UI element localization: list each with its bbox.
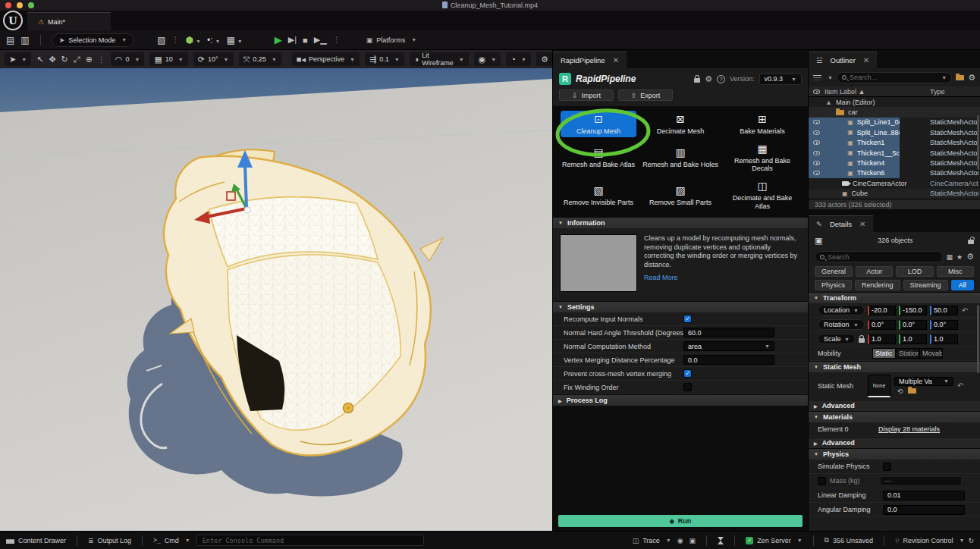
details-scrollbar[interactable]	[977, 305, 979, 373]
static-mesh-advanced-header[interactable]: ▶Advanced	[809, 400, 980, 411]
scale-lock-icon[interactable]	[859, 338, 865, 343]
static-mesh-thumbnail[interactable]: None	[868, 375, 890, 397]
new-folder-icon[interactable]	[956, 75, 964, 80]
outliner-row[interactable]: ▣ Thicken6 StaticMeshActor	[809, 168, 900, 178]
use-selected-asset-icon[interactable]: ⟲	[897, 387, 903, 395]
outliner-row-main[interactable]: ▲Main (Editor)	[809, 97, 980, 107]
eye-icon[interactable]	[813, 140, 820, 145]
view-adjust-dropdown[interactable]: ◔▼	[506, 52, 531, 66]
hard-angle-input[interactable]: 60.0	[683, 328, 774, 337]
tool-decimate-bake-atlas[interactable]: ◫Decimate and Bake Atlas	[724, 178, 800, 212]
type-column[interactable]: Type	[930, 88, 945, 96]
outliner-scrollbar[interactable]	[977, 115, 979, 170]
help-icon[interactable]: ?	[717, 75, 725, 83]
show-flags-dropdown[interactable]: ◉▼	[474, 52, 501, 66]
outliner-row[interactable]: ▣ Split_Line1_0d04fa4ff28 StaticMeshActo…	[809, 118, 900, 127]
scale-x-input[interactable]: 1.0	[868, 334, 896, 344]
tab-details[interactable]: ✎ Details✕	[809, 215, 873, 232]
tool-decimate-mesh[interactable]: ⊠Decimate Mesh	[642, 111, 718, 137]
cinematics-dropdown[interactable]: ▦▼	[226, 35, 242, 45]
chip-streaming[interactable]: Streaming	[903, 280, 948, 290]
reset-icon[interactable]: ↶	[957, 381, 963, 390]
location-y-input[interactable]: -150.0	[899, 306, 927, 315]
blueprints-dropdown[interactable]: •:▼	[207, 35, 220, 45]
mobility-stationary[interactable]: Stationary	[896, 348, 919, 359]
details-search-input[interactable]: Search	[815, 251, 943, 262]
trace-dropdown[interactable]: ◫ Trace▼	[633, 537, 671, 544]
scale-snap-dropdown[interactable]: ⤧0.25▼	[239, 52, 281, 66]
add-actor-dropdown[interactable]: ⬢▼	[186, 35, 201, 45]
close-icon[interactable]: ✕	[859, 220, 865, 228]
level-tab-main[interactable]: ⚠ Main*	[27, 12, 111, 30]
tool-remove-small-parts[interactable]: ▨Remove Small Parts	[642, 178, 718, 212]
view-mode-dropdown[interactable]: ◑Lit Wireframe▼	[410, 52, 469, 66]
location-x-input[interactable]: -20.0	[868, 306, 896, 315]
tool-cleanup-mesh[interactable]: ⊡Cleanup Mesh	[561, 111, 636, 137]
outliner-row-car-folder[interactable]: car	[809, 107, 980, 117]
outliner-search-input[interactable]: Search... ▼	[837, 72, 952, 83]
materials-advanced-header[interactable]: ▶Advanced	[809, 437, 980, 448]
eye-icon[interactable]	[813, 171, 820, 175]
screenshot-icon[interactable]: ◉	[677, 537, 683, 544]
item-label-column[interactable]: Item Label ▲	[825, 88, 865, 96]
visibility-column-icon[interactable]	[813, 89, 820, 94]
static-mesh-dropdown[interactable]: Multiple Va▼	[894, 377, 953, 386]
vp-overflow-icon[interactable]: ⋮	[98, 55, 105, 64]
fix-winding-checkbox[interactable]: ✓	[683, 383, 692, 391]
settings-section-header[interactable]: ▼Settings	[553, 301, 808, 312]
chip-rendering[interactable]: Rendering	[855, 280, 900, 290]
gear-icon[interactable]: ⚙	[705, 74, 712, 84]
mass-override-checkbox[interactable]: ✓	[818, 477, 826, 485]
scale-tool-icon[interactable]: ⤢	[74, 55, 80, 64]
scale-dropdown[interactable]: Scale▼	[818, 334, 856, 344]
lock-icon[interactable]	[694, 78, 700, 83]
grid-snap-dropdown[interactable]: ▦10▼	[149, 52, 187, 66]
display-materials-link[interactable]: Display 28 materials	[878, 425, 940, 433]
eye-icon[interactable]	[813, 151, 820, 155]
information-section-header[interactable]: ▼Information	[553, 217, 808, 228]
location-z-input[interactable]: 50.0	[930, 306, 958, 315]
recompute-normals-checkbox[interactable]: ✓	[683, 315, 692, 323]
platforms-dropdown[interactable]: ▣ Platforms▼	[366, 36, 416, 44]
tool-remesh-bake-holes[interactable]: ▥Remesh and Bake Holes	[642, 140, 718, 174]
tool-remove-invisible-parts[interactable]: ▧Remove Invisible Parts	[561, 178, 636, 212]
save-button[interactable]: ▤	[6, 35, 14, 45]
outliner-row[interactable]: ▣ Thicken4 StaticMeshActor	[809, 158, 900, 168]
filter-icon[interactable]	[813, 74, 821, 81]
gizmo-axis-z[interactable]	[245, 165, 247, 209]
chip-lod[interactable]: LOD	[896, 266, 933, 277]
static-mesh-section-header[interactable]: ▼Static Mesh	[809, 361, 980, 372]
run-button[interactable]: ◆Run	[558, 515, 803, 527]
viewport-scene[interactable]	[0, 68, 552, 531]
selection-mode-dropdown[interactable]: ➤ Selection Mode▼	[52, 33, 135, 47]
outliner-row[interactable]: ▣ Thicken1__5cde0df7e1 StaticMeshActor	[809, 148, 900, 158]
play-options-icon[interactable]: ⋮	[333, 36, 341, 44]
computation-method-select[interactable]: area▼	[683, 341, 774, 351]
outliner-settings-gear-icon[interactable]: ⚙	[968, 73, 975, 83]
capture-icon[interactable]: ▣	[689, 537, 696, 544]
tab-rapidpipeline[interactable]: RapidPipeline✕	[553, 52, 627, 68]
edit-tools-button[interactable]: ▧	[157, 35, 165, 45]
play-button[interactable]: ▶	[275, 34, 282, 45]
eye-icon[interactable]	[813, 161, 820, 165]
output-log-button[interactable]: ≣ Output Log	[88, 537, 131, 544]
location-dropdown[interactable]: Location▼	[818, 305, 865, 315]
chip-all[interactable]: All	[951, 280, 974, 290]
browse-to-asset-icon[interactable]	[908, 388, 916, 394]
eject-button[interactable]: ▶▁	[314, 35, 327, 45]
tool-remesh-bake-atlas[interactable]: ▤Remesh and Bake Atlas	[561, 140, 636, 174]
gizmo-origin[interactable]	[244, 207, 250, 213]
unreal-logo-icon[interactable]: U	[3, 11, 23, 30]
revision-control-dropdown[interactable]: ⑂ Revision Control▼ ↻	[895, 537, 974, 544]
details-settings-gear-icon[interactable]: ⚙	[966, 252, 974, 262]
read-more-link[interactable]: Read More	[644, 274, 678, 281]
import-button[interactable]: ⇩Import	[559, 89, 614, 101]
rotation-snap-dropdown[interactable]: ⟳10°▼	[193, 52, 234, 66]
perspective-dropdown[interactable]: ■◂Perspective▼	[292, 52, 360, 66]
rotation-dropdown[interactable]: Rotation▼	[818, 319, 865, 330]
transform-tool-dropdown[interactable]: ➤▼	[5, 52, 31, 66]
outliner-row-cube[interactable]: ▣ Cube StaticMeshActor	[809, 189, 980, 199]
outliner-row[interactable]: ▣ Thicken1 StaticMeshActor	[809, 138, 900, 148]
chip-actor[interactable]: Actor	[856, 266, 893, 277]
outliner-row[interactable]: ▣ Split_Line..88c66a00a7a StaticMeshActo…	[809, 127, 900, 137]
